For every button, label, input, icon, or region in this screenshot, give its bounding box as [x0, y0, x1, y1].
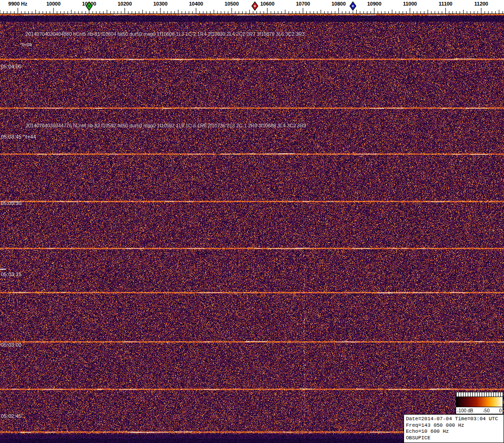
- colorbar-gradient: [456, 397, 503, 407]
- colorbar-label-max: 0: [499, 408, 502, 413]
- frequency-ruler: 9900 Hz100001010010200103001040010500106…: [0, 0, 504, 14]
- colorbar-ticks: [456, 392, 503, 397]
- spectrogram-app: { "chart_data": { "type": "heatmap", "ti…: [0, 0, 504, 443]
- freq-tick-label: 10200: [118, 1, 132, 7]
- freq-tick-label: 10900: [367, 1, 382, 7]
- info-date-time: Date=2014-07-04 Time=03:04 UTC: [406, 416, 502, 423]
- colorbar: -100 dB -50 0: [456, 392, 503, 414]
- info-echo: Echo=10 600 Hz: [406, 429, 502, 435]
- freq-tick-label: 11200: [474, 1, 488, 7]
- freq-tick-label: 11100: [439, 1, 452, 7]
- freq-tick-label: 10800: [332, 1, 346, 7]
- freq-tick-label: 10500: [225, 1, 239, 7]
- freq-tick-label: 10000: [46, 1, 61, 7]
- colorbar-labels: -100 dB -50 0: [456, 407, 503, 414]
- freq-tick-label: 10600: [260, 1, 275, 7]
- colorbar-label-min: -100 dB: [457, 408, 473, 413]
- freq-tick-label: 11000: [403, 1, 417, 7]
- spectrogram-waterfall: [0, 14, 504, 443]
- freq-tick-label: 10400: [189, 1, 203, 7]
- freq-tick-label: 9900 Hz: [8, 1, 27, 7]
- info-frequency: Freq=143 050 000 Hz: [406, 423, 502, 429]
- info-station: OBSUPICE: [406, 435, 502, 442]
- freq-tick-label: 10700: [296, 1, 310, 7]
- station-info-box: Date=2014-07-04 Time=03:04 UTC Freq=143 …: [404, 414, 504, 443]
- colorbar-label-mid: -50: [483, 408, 490, 413]
- freq-tick-label: 10300: [153, 1, 168, 7]
